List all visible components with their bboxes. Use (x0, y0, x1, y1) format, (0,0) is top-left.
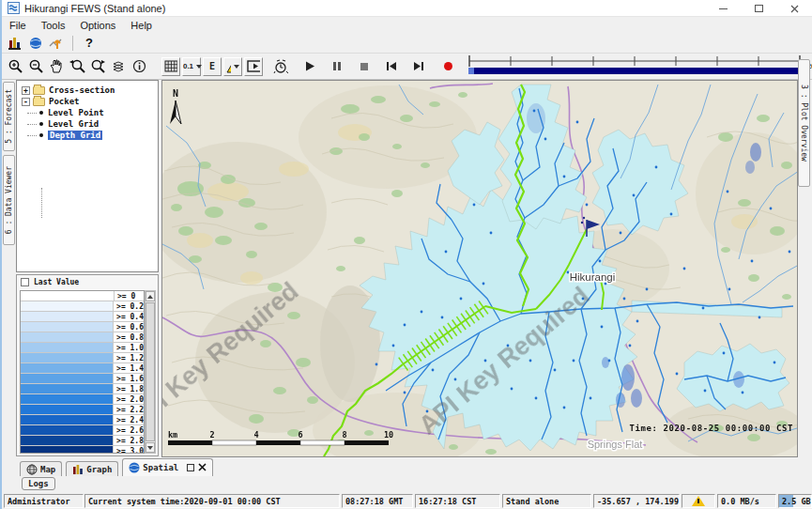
tab-plot-overview[interactable]: 3 : Plot Overview (798, 59, 810, 187)
pause-button[interactable] (328, 57, 346, 76)
last-value-checkbox[interactable] (21, 278, 29, 286)
warning-icon (692, 496, 705, 506)
collapse-icon[interactable]: - (22, 98, 30, 106)
animation-settings-button[interactable] (271, 57, 290, 76)
menu-help[interactable]: Help (123, 19, 160, 32)
zoom-in-button[interactable] (6, 57, 24, 76)
folder-icon (33, 86, 45, 95)
tree-item-label: Cross-section (49, 85, 115, 95)
zoom-previous-button[interactable] (68, 57, 86, 76)
legend-row: >= 2.4 (21, 415, 144, 425)
legend-row: >= 1.0 (21, 343, 144, 353)
legend-swatch (21, 384, 114, 393)
legend-swatch (21, 332, 114, 342)
scrollbar-thumb[interactable] (146, 302, 155, 441)
map-viewport[interactable]: API Key Required API Key Required Hikura… (161, 80, 798, 457)
menu-options[interactable]: Options (72, 19, 123, 32)
pan-button[interactable] (47, 57, 66, 76)
timeline-slider[interactable] (466, 54, 804, 80)
tab-spatial[interactable]: Spatial (122, 458, 213, 476)
tab-data-viewer[interactable]: 6 : Data Viewer (3, 155, 15, 245)
logs-button[interactable]: Logs (22, 477, 55, 490)
menu-file[interactable]: File (2, 19, 34, 32)
tree-item-label: Level Point (48, 108, 104, 117)
tree-item-level-grid[interactable]: Level Grid (17, 118, 158, 130)
arrow-down-icon (147, 446, 153, 450)
menu-bar: File Tools Options Help (2, 17, 812, 33)
svg-text:4: 4 (253, 430, 258, 440)
skip-start-button[interactable] (382, 57, 401, 76)
map-display-button[interactable] (26, 34, 45, 53)
layers-button[interactable] (109, 57, 128, 76)
legend-swatch (21, 312, 114, 321)
legend-panel: Last Value >= 0 >= 0.2 >= 0.4 >= 0.6 >= … (16, 274, 159, 456)
play-button[interactable] (300, 57, 319, 76)
help-icon: ? (85, 36, 93, 50)
legend-row: >= 0 (21, 291, 144, 301)
tree-item-pocket[interactable]: - Pocket (17, 96, 158, 107)
tree-item-depth-grid[interactable]: Depth Grid (17, 130, 158, 141)
zoom-out-button[interactable] (26, 57, 45, 76)
north-label: N (173, 88, 178, 99)
chevron-down-icon (234, 65, 239, 69)
maximize-icon (755, 5, 763, 12)
menu-tools[interactable]: Tools (34, 19, 73, 32)
timeline-graphic (466, 54, 804, 76)
scale-unit-label: km (168, 430, 177, 440)
legend-row: >= 2.0 (21, 394, 144, 405)
town-label-hikurangi: Hikurangi (570, 271, 616, 283)
grid-toggle-button[interactable] (161, 57, 180, 76)
chart-arrow-icon (49, 37, 64, 50)
legend-scrollbar[interactable] (145, 290, 156, 454)
window-title: Hikurangi FEWS (Stand alone) (24, 3, 165, 14)
movie-player-button[interactable] (244, 57, 263, 76)
legend-swatch (21, 436, 114, 445)
tab-graph-label: Graph (86, 465, 112, 474)
blue-globe-icon (129, 462, 140, 473)
legend-row: >= 2.6 (21, 425, 144, 436)
interval-dropdown[interactable]: 0.1 (182, 57, 201, 76)
tab-map-label: Map (40, 465, 55, 474)
tab-close-button[interactable] (198, 463, 207, 473)
explorer-button[interactable] (6, 34, 24, 53)
stop-button[interactable] (355, 57, 374, 76)
map-toolbar: 0.1 E (2, 54, 812, 80)
close-icon (198, 463, 207, 471)
zoom-out-icon (28, 58, 44, 74)
layers-tree-panel: + Cross-section - Pocket Level Point Lev… (16, 80, 159, 272)
close-button[interactable] (776, 0, 812, 17)
tab-restore-button[interactable] (187, 464, 194, 471)
scroll-down-button[interactable] (146, 442, 155, 453)
record-button[interactable] (438, 57, 457, 76)
expand-icon[interactable]: + (22, 86, 30, 95)
record-icon (443, 61, 453, 71)
status-time-gmt: 08:27:18 GMT (342, 494, 413, 508)
last-value-label: Last Value (34, 278, 79, 286)
legend-toggle-button[interactable]: E (203, 57, 222, 76)
minimize-button[interactable] (705, 0, 741, 17)
help-button[interactable]: ? (80, 34, 99, 53)
legend-row: >= 0.4 (21, 312, 144, 322)
scroll-up-button[interactable] (146, 291, 155, 301)
legend-row: >= 1.6 (21, 374, 144, 384)
legend-swatch (21, 415, 114, 424)
legend-row: >= 0.2 (21, 301, 144, 312)
tab-forecast-label: 5 : Forecast (5, 89, 13, 144)
skip-end-button[interactable] (409, 57, 428, 76)
tab-graph[interactable]: Graph (66, 461, 118, 476)
tab-map[interactable]: Map (20, 461, 62, 476)
svg-text:10: 10 (384, 430, 393, 440)
spatial-display-button[interactable] (47, 34, 66, 53)
tab-forecast[interactable]: 5 : Forecast (3, 82, 15, 151)
tree-item-cross-section[interactable]: + Cross-section (17, 85, 158, 96)
zoom-next-button[interactable] (88, 57, 107, 76)
status-warning-cell[interactable] (682, 494, 715, 508)
warning-dropdown[interactable] (223, 57, 242, 76)
map-canvas: API Key Required API Key Required Hikura… (162, 81, 798, 457)
maximize-button[interactable] (741, 0, 776, 17)
info-button[interactable] (130, 57, 148, 76)
legend-row: >= 2.2 (21, 405, 144, 415)
tree-item-level-point[interactable]: Level Point (17, 107, 158, 118)
legend-row: >= 0.6 (21, 322, 144, 332)
status-coordinates: -35.657 , 174.199 (593, 494, 680, 508)
